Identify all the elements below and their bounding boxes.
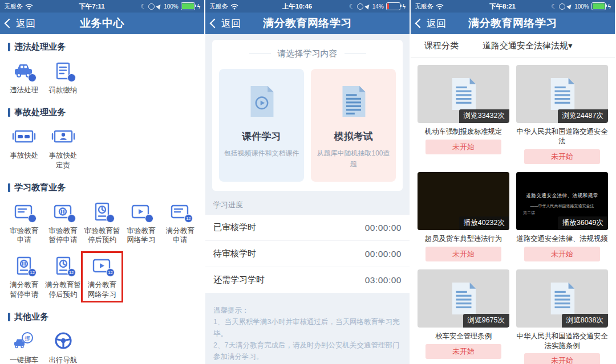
filter-label: 课程分类 bbox=[424, 40, 459, 51]
row-value: 00:00:00 bbox=[365, 223, 402, 233]
play-count-badge: 播放36049次 bbox=[558, 216, 608, 230]
chevron-left-icon bbox=[5, 19, 14, 28]
section-title-other: 其他业务 bbox=[8, 312, 196, 322]
badge-12: 12 bbox=[184, 214, 193, 223]
grid-item-shenyan-online[interactable]: 审验教育网络学习 bbox=[121, 199, 160, 247]
course-card[interactable]: 浏览33432次 机动车强制报废标准规定 未开始 bbox=[418, 65, 509, 164]
edu-card-pause-icon bbox=[51, 201, 76, 223]
chevron-left-icon bbox=[415, 19, 425, 28]
status-bar: 无服务 下午8:21 ☾ 100% ϟ bbox=[411, 0, 615, 13]
wifi-icon bbox=[25, 3, 33, 10]
status-bar: 无服务 下午7:11 ☾ 100% ϟ bbox=[0, 0, 204, 13]
row-label: 已审核学时 bbox=[213, 222, 256, 233]
row-label: 还需学习学时 bbox=[213, 275, 265, 285]
status-badge: 未开始 bbox=[425, 140, 501, 154]
grid-item-navigation[interactable]: 出行导航 bbox=[43, 328, 82, 364]
row-value: 03:00:00 bbox=[365, 275, 402, 285]
content-chooser-card: 请选择学习内容 课件学习 包括视频课件和文档课件 模拟考试 从题库中随机抽取10… bbox=[212, 40, 403, 191]
progress-row-pending: 待审核学时 00:00:00 bbox=[205, 241, 410, 267]
course-thumbnail: 浏览8038次 bbox=[516, 269, 608, 328]
dropdown-caret-icon: ▾ bbox=[568, 40, 573, 50]
option-desc: 从题库中随机抽取100道题 bbox=[315, 148, 391, 169]
course-card[interactable]: 道路交通安全法律、法规和规章 ——中华人民共和国道路交通安全法 第二讲 播放36… bbox=[516, 172, 608, 261]
badge bbox=[28, 214, 37, 223]
battery-icon bbox=[181, 2, 195, 10]
doc-lines-icon bbox=[547, 76, 578, 112]
orientation-lock-icon bbox=[559, 3, 565, 10]
grid-item-move-car[interactable]: 挪 一键挪车 bbox=[5, 328, 43, 364]
edu-doc-clock-icon bbox=[90, 201, 115, 223]
orientation-lock-icon bbox=[357, 3, 363, 10]
back-button[interactable]: 返回 bbox=[205, 17, 241, 30]
screen-course-list: 无服务 下午8:21 ☾ 100% ϟ 返回 满分教育网络学习 课程分类 道路交… bbox=[411, 0, 615, 364]
chevron-left-icon bbox=[210, 19, 220, 28]
screen-business-center: 无服务 下午7:11 ☾ 100% ϟ 返回 业务中心 违法处理业务 违法处理 bbox=[0, 0, 204, 364]
course-thumbnail: 浏览24487次 bbox=[516, 65, 608, 123]
carrier-label: 无服务 bbox=[415, 2, 433, 11]
view-count-badge: 浏览9675次 bbox=[463, 314, 509, 328]
progress-section-title: 学习进度 bbox=[213, 200, 402, 210]
option-mock-exam[interactable]: 模拟考试 从题库中随机抽取100道题 bbox=[311, 69, 396, 182]
carrier-label: 无服务 bbox=[209, 2, 228, 11]
accident-cars-icon bbox=[11, 125, 37, 148]
charging-bolt-icon: ϟ bbox=[197, 3, 200, 10]
chooser-title: 请选择学习内容 bbox=[219, 48, 396, 59]
grid-item-shenyan-pause[interactable]: 审验教育暂停申请 bbox=[43, 199, 82, 247]
car-icon bbox=[11, 60, 37, 83]
video-title-line: 道路交通安全法律、法规和规章 bbox=[526, 193, 598, 199]
badge bbox=[106, 214, 115, 223]
battery-percent-label: 14% bbox=[372, 3, 384, 10]
status-bar: 无服务 上午10:46 ☾ 14% ϟ bbox=[205, 0, 410, 13]
grid-item-shenyan-apply[interactable]: 审验教育申请 bbox=[5, 199, 43, 247]
course-card[interactable]: 浏览9675次 校车安全管理条例 未开始 bbox=[418, 269, 509, 364]
view-count-badge: 浏览8038次 bbox=[562, 314, 608, 328]
course-video-thumbnail: 道路交通安全法律、法规和规章 ——中华人民共和国道路交通安全法 第二讲 播放36… bbox=[516, 172, 608, 230]
course-title: 校车安全管理条例 bbox=[418, 332, 509, 341]
grid-item-violation-handling[interactable]: 违法处理 bbox=[5, 58, 43, 96]
course-card[interactable]: 播放40232次 超员及货车典型违法行为 未开始 bbox=[418, 172, 509, 261]
section-title-education: 学习教育业务 bbox=[8, 182, 196, 193]
course-title: 中华人民共和国道路交通安全法实施条例 bbox=[516, 332, 608, 351]
option-courseware-learning[interactable]: 课件学习 包括视频课件和文档课件 bbox=[219, 69, 304, 182]
course-thumbnail: 浏览9675次 bbox=[418, 269, 509, 328]
tip-line: 2、7天满分教育完成后，请及时办到公安机关交通管理部门参加满分学习。 bbox=[213, 340, 402, 363]
progress-row-remaining: 还需学习学时 03:00:00 bbox=[205, 267, 410, 293]
grid-item-accident-quick[interactable]: 事故快处 bbox=[5, 124, 43, 171]
clock-label: 下午8:21 bbox=[467, 2, 538, 11]
grid-item-manfen-reserve[interactable]: 12 满分教育暂停后预约 bbox=[43, 253, 82, 301]
grid-item-fine-payment[interactable]: 罚款缴纳 bbox=[43, 58, 82, 96]
course-thumbnail: 浏览33432次 bbox=[418, 65, 509, 123]
grid-item-manfen-online-highlighted[interactable]: 12 满分教育网络学习 bbox=[83, 253, 121, 301]
doc-play-icon bbox=[247, 84, 277, 118]
back-button[interactable]: 返回 bbox=[0, 17, 35, 30]
status-badge: 未开始 bbox=[524, 247, 599, 261]
badge-12: 12 bbox=[67, 268, 76, 277]
status-badge: 未开始 bbox=[425, 344, 501, 359]
battery-icon bbox=[386, 2, 400, 10]
do-not-disturb-icon: ☾ bbox=[140, 3, 146, 10]
charging-bolt-icon: ϟ bbox=[608, 3, 611, 10]
nav-bar: 返回 满分教育网络学习 bbox=[411, 13, 615, 34]
view-count-badge: 浏览24487次 bbox=[558, 109, 608, 123]
nav-bar: 返回 业务中心 bbox=[0, 13, 204, 34]
charging-bolt-icon: ϟ bbox=[403, 3, 406, 10]
grid-item-shenyan-reserve[interactable]: 审验教育暂停后预约 bbox=[83, 199, 121, 247]
tips-block: 温馨提示： 1、当天累积学满3小时并审核通过后，当天网络教育学习完毕。 2、7天… bbox=[205, 293, 410, 364]
category-dropdown[interactable]: 道路交通安全法律法规▾ bbox=[483, 40, 573, 51]
progress-rows: 已审核学时 00:00:00 待审核学时 00:00:00 还需学习学时 03:… bbox=[205, 215, 410, 293]
grid-item-manfen-apply[interactable]: 12 满分教育申请 bbox=[161, 199, 200, 247]
back-button[interactable]: 返回 bbox=[411, 17, 446, 30]
row-value: 00:00:00 bbox=[365, 249, 402, 259]
course-card[interactable]: 浏览24487次 中华人民共和国道路交通安全法 未开始 bbox=[516, 65, 608, 164]
grid-item-accident-liability[interactable]: 事故快处定责 bbox=[43, 124, 82, 171]
do-not-disturb-icon: ☾ bbox=[551, 3, 557, 10]
nav-bar: 返回 满分教育网络学习 bbox=[205, 13, 410, 34]
edu-card-play-icon: 12 bbox=[90, 255, 115, 277]
carrier-label: 无服务 bbox=[4, 2, 23, 11]
course-video-thumbnail: 播放40232次 bbox=[418, 172, 509, 230]
wifi-icon bbox=[436, 3, 444, 10]
course-card[interactable]: 浏览8038次 中华人民共和国道路交通安全法实施条例 未开始 bbox=[516, 269, 608, 364]
option-title: 课件学习 bbox=[224, 130, 299, 143]
video-subtitle-line: ——中华人民共和国道路交通安全法 bbox=[530, 203, 594, 209]
grid-item-manfen-pause[interactable]: 12 满分教育暂停申请 bbox=[5, 253, 43, 301]
